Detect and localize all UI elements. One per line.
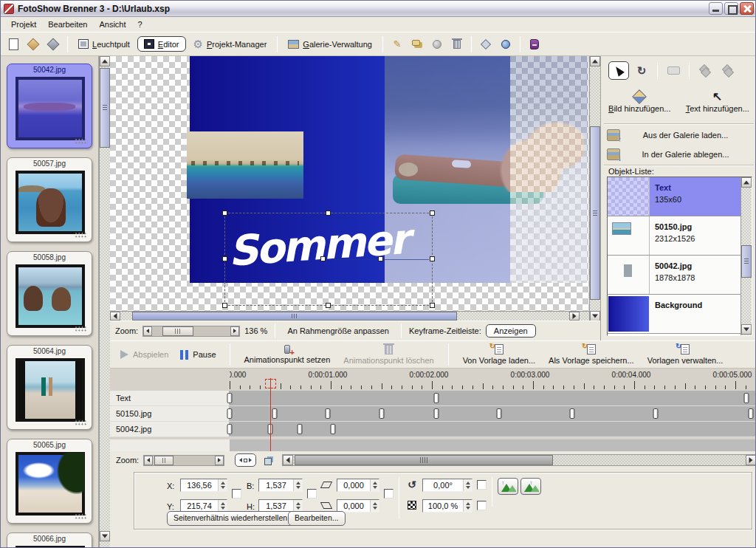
canvas-viewport[interactable]: Sommer	[110, 56, 589, 311]
open-project-button[interactable]	[24, 35, 42, 53]
selection-handle[interactable]	[222, 303, 227, 308]
filmstrip-item-50065.jpg[interactable]: 50065.jpg	[7, 439, 92, 524]
scroll-down-icon[interactable]	[590, 311, 600, 321]
object-list-item-50150jpg[interactable]: 50150.jpg2312x1526	[608, 216, 740, 256]
rotation-keyframe-checkbox[interactable]	[477, 480, 487, 490]
object-list[interactable]: Text135x6050150.jpg2312x152650042.jpg187…	[607, 177, 752, 336]
scroll-down-icon[interactable]	[100, 531, 110, 541]
scroll-up-icon[interactable]	[590, 56, 600, 66]
keyframe-marker[interactable]	[570, 408, 575, 419]
new-project-button[interactable]	[4, 35, 22, 53]
keyframe-marker[interactable]	[227, 393, 233, 403]
selection-handle[interactable]	[430, 303, 435, 308]
layer-up-button[interactable]	[695, 61, 715, 80]
delete-button[interactable]	[448, 35, 466, 53]
load-template-button[interactable]: ↻ Von Vorlage laden...	[456, 343, 542, 366]
object-list-item-Text[interactable]: Text135x60	[608, 177, 740, 216]
play-button[interactable]: Abspielen	[114, 347, 174, 362]
playhead-line[interactable]	[270, 378, 271, 451]
canvas-vscrollbar-thumb[interactable]	[590, 126, 600, 300]
canvas-vscrollbar[interactable]	[589, 56, 600, 311]
object-list-scrollbar[interactable]	[740, 177, 752, 335]
selection-handle[interactable]	[326, 303, 331, 308]
zoom-out-icon[interactable]	[143, 326, 152, 336]
canvas-hscrollbar-thumb[interactable]	[132, 312, 457, 321]
zoom-in-icon[interactable]	[230, 326, 239, 336]
filmstrip-item-50064.jpg[interactable]: 50064.jpg	[7, 345, 92, 430]
timeline-row-strip[interactable]	[230, 422, 756, 436]
rename-tool-button[interactable]	[663, 61, 684, 80]
scroll-left-icon[interactable]	[110, 312, 120, 321]
timeline-hscrollbar[interactable]	[282, 454, 756, 466]
save-project-button[interactable]	[44, 35, 62, 53]
zoom-slider[interactable]	[142, 326, 240, 337]
keyframe-marker[interactable]	[227, 424, 233, 434]
fit-timeline-button[interactable]	[235, 453, 256, 467]
save-template-button[interactable]: ↻ Als Vorlage speichern...	[542, 343, 641, 366]
bring-forward-button[interactable]: ↑	[520, 478, 541, 495]
keyframe-marker[interactable]	[497, 408, 502, 419]
selection-handle[interactable]	[378, 256, 383, 261]
selection-handle[interactable]	[320, 256, 326, 261]
menu-item-[interactable]: ?	[132, 18, 148, 31]
minimize-button[interactable]	[709, 2, 723, 15]
keyframe-marker[interactable]	[434, 393, 439, 403]
rotation-field[interactable]: 0,00°	[422, 479, 472, 492]
menu-item-bearbeiten[interactable]: Bearbeiten	[42, 18, 93, 31]
text-object[interactable]: Sommer	[227, 207, 458, 281]
add-text-button[interactable]: ↖ Text hinzufügen...	[681, 90, 754, 114]
tags-button[interactable]	[408, 35, 426, 53]
brush-button[interactable]: ✎	[388, 35, 406, 53]
keyframe-marker[interactable]	[298, 424, 303, 434]
editor-canvas[interactable]: Sommer	[110, 56, 600, 321]
x-field[interactable]: 136,56	[180, 479, 227, 492]
delete-keyframe-button[interactable]: Animationspunkt löschen	[337, 344, 440, 366]
scroll-down-icon[interactable]	[741, 324, 752, 335]
preview-button[interactable]	[497, 35, 515, 53]
set-keyframe-button[interactable]: Animationspunkt setzen	[238, 344, 337, 365]
select-tool-button[interactable]	[608, 61, 629, 80]
zoom-slider-thumb[interactable]	[162, 326, 193, 336]
selection-handle[interactable]	[222, 210, 227, 216]
zoom-in-icon[interactable]	[215, 456, 224, 465]
add-image-button[interactable]: Bild hinzufügen...	[604, 90, 675, 114]
fit-to-frame-button[interactable]: An Rahmengröße anpassen	[283, 324, 394, 338]
help-book-button[interactable]	[526, 35, 543, 53]
gallery-load-button[interactable]: ↑ Aus der Galerie laden...	[607, 126, 751, 144]
skew-horizontal-field[interactable]: 0,000	[337, 479, 379, 492]
menu-item-projekt[interactable]: Projekt	[5, 18, 42, 31]
scroll-right-icon[interactable]	[569, 312, 580, 321]
keyframe-timeline[interactable]: 0:00:00.0000:00:01.0000:00:02.0000:00:03…	[110, 369, 756, 451]
keyframe-marker[interactable]	[227, 408, 233, 419]
galerie-verwaltung-button[interactable]: Galerie-Verwaltung	[283, 37, 377, 52]
width-field[interactable]: 1,537	[258, 479, 303, 492]
keyframe-marker[interactable]	[744, 393, 749, 403]
selection-handle[interactable]	[222, 256, 227, 261]
export-button[interactable]	[477, 35, 495, 53]
keyframe-marker[interactable]	[331, 424, 336, 434]
timeline-zoom-thumb[interactable]	[154, 456, 173, 465]
edit-button[interactable]: Bearbeiten...	[288, 511, 346, 526]
keyframe-marker[interactable]	[749, 408, 754, 419]
timeline-row-strip[interactable]	[230, 406, 756, 421]
menu-item-ansicht[interactable]: Ansicht	[93, 18, 131, 31]
scroll-right-icon[interactable]	[746, 455, 756, 465]
send-backward-button[interactable]: ↑	[498, 478, 518, 495]
filmstrip-scrollbar-thumb[interactable]	[100, 68, 110, 148]
opacity-field[interactable]: 100,0 %	[422, 499, 472, 513]
object-list-item-50042jpg[interactable]: 50042.jpg1878x1878	[608, 256, 740, 295]
projekt-manager-button[interactable]: ⚙ Projekt-Manager	[188, 35, 272, 52]
keyframe-marker[interactable]	[653, 408, 659, 419]
filmstrip-item-50042.jpg[interactable]: 50042.jpg	[7, 64, 92, 148]
close-button[interactable]	[740, 2, 754, 15]
zoom-out-icon[interactable]	[144, 456, 153, 465]
size-keyframe-checkbox[interactable]	[307, 489, 317, 499]
filmstrip-item-50058.jpg[interactable]: 50058.jpg	[7, 251, 92, 336]
filmstrip-item-50057.jpg[interactable]: 50057.jpg	[7, 157, 92, 242]
arrange-button[interactable]	[262, 455, 272, 465]
show-timeline-button[interactable]: Anzeigen	[486, 324, 536, 338]
keyframe-marker[interactable]	[379, 408, 385, 419]
skew-keyframe-checkbox[interactable]	[384, 489, 394, 499]
scroll-left-icon[interactable]	[283, 455, 293, 465]
keyframe-marker[interactable]	[326, 408, 331, 419]
